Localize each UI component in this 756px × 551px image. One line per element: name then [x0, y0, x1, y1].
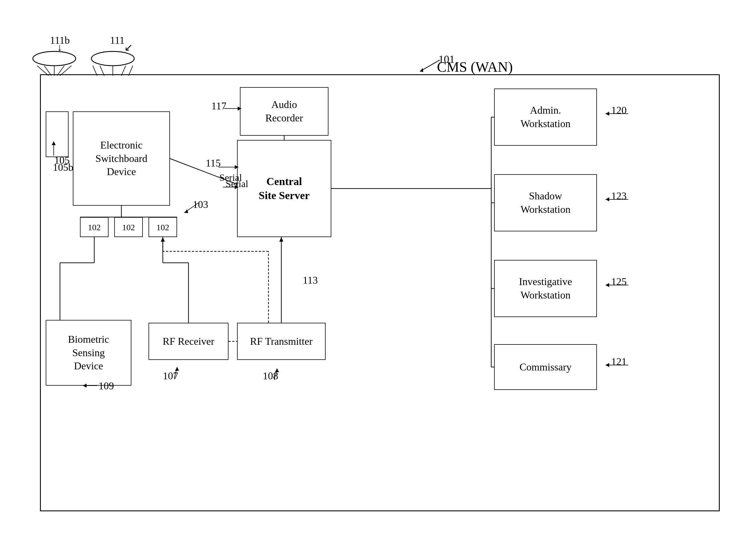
audio-recorder-box: AudioRecorder: [240, 87, 328, 136]
box-102a: 102: [80, 217, 108, 237]
arrow-117: [223, 103, 246, 114]
investigative-box: InvestigativeWorkstation: [494, 260, 597, 317]
arrow-serial2: [221, 181, 241, 193]
svg-marker-31: [606, 112, 609, 116]
svg-marker-37: [606, 363, 609, 367]
svg-marker-13: [420, 68, 423, 72]
svg-marker-17: [238, 106, 241, 110]
svg-point-0: [33, 51, 76, 66]
rf-transmitter-box: RF Transmitter: [237, 323, 325, 360]
rf-receiver-box: RF Receiver: [148, 323, 228, 360]
ref-101: 101: [439, 53, 455, 65]
rf-receiver-label: RF Receiver: [163, 335, 214, 348]
ref-102a-label: 102: [88, 222, 101, 233]
shadow-label: ShadowWorkstation: [520, 189, 570, 216]
svg-marker-15: [52, 141, 56, 145]
commissary-box: Commissary: [494, 344, 597, 390]
dish-111b: [31, 50, 77, 76]
svg-marker-25: [83, 384, 87, 388]
ref-102b-label: 102: [122, 222, 135, 233]
ref-125: 125: [611, 276, 627, 288]
audio-recorder-label: AudioRecorder: [265, 98, 303, 125]
svg-marker-23: [184, 209, 188, 213]
central-site-server-label: CentralSite Server: [259, 174, 309, 203]
arrow-103: [181, 200, 201, 214]
svg-marker-27: [175, 367, 179, 371]
ref-123: 123: [611, 190, 627, 202]
diagram-area: 111b ↓ 111 ↙ CMS (WAN) 101 ElectronicSwi…: [23, 34, 737, 534]
admin-label: Admin.Workstation: [520, 104, 570, 130]
svg-marker-21: [235, 185, 238, 189]
rf-transmitter-label: RF Transmitter: [250, 335, 312, 348]
box-102c: 102: [148, 217, 177, 237]
ref-113: 113: [303, 274, 318, 286]
arrow-108: [268, 367, 285, 381]
ref-102c-label: 102: [156, 222, 169, 233]
arrow-109: [80, 380, 103, 391]
svg-point-6: [91, 51, 134, 66]
arrow-107: [168, 366, 186, 380]
commissary-label: Commissary: [520, 361, 572, 374]
central-site-server-box: CentralSite Server: [237, 140, 331, 237]
admin-box: Admin.Workstation: [494, 88, 597, 146]
ref-105b: 105b: [53, 161, 73, 173]
investigative-label: InvestigativeWorkstation: [519, 275, 572, 302]
box-102b: 102: [114, 217, 143, 237]
dish-111: [88, 50, 137, 76]
biometric-box: BiometricSensingDevice: [46, 320, 131, 386]
electronic-switchboard-box: ElectronicSwitchboardDevice: [73, 111, 170, 206]
svg-marker-33: [606, 197, 609, 201]
ref-120: 120: [611, 104, 627, 116]
ref-111-label: 111: [110, 34, 124, 46]
arrow-115: [217, 161, 243, 173]
svg-marker-19: [235, 165, 238, 169]
ref-121: 121: [611, 356, 627, 368]
shadow-box: ShadowWorkstation: [494, 174, 597, 231]
biometric-label: BiometricSensingDevice: [68, 333, 109, 373]
svg-marker-29: [275, 369, 279, 372]
electronic-switchboard-label: ElectronicSwitchboardDevice: [95, 138, 147, 178]
svg-marker-35: [606, 283, 609, 287]
